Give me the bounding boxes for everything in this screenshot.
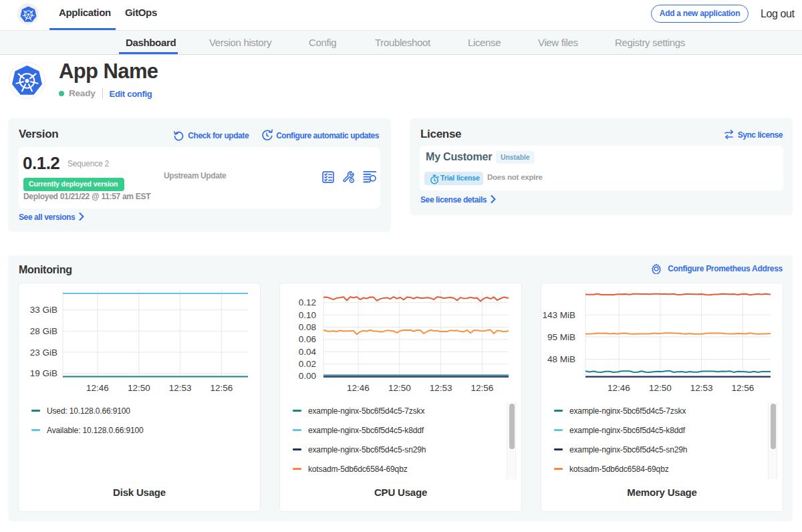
svg-text:12:56: 12:56 bbox=[732, 383, 755, 393]
svg-text:28 GiB: 28 GiB bbox=[30, 326, 57, 336]
svg-text:0.06: 0.06 bbox=[299, 334, 316, 344]
svg-text:0.00: 0.00 bbox=[299, 371, 316, 381]
svg-text:0.08: 0.08 bbox=[299, 322, 316, 332]
svg-text:0.04: 0.04 bbox=[299, 347, 317, 357]
svg-text:33 GiB: 33 GiB bbox=[30, 305, 57, 315]
svg-text:95 MiB: 95 MiB bbox=[547, 332, 575, 342]
svg-text:48 MiB: 48 MiB bbox=[547, 354, 575, 364]
svg-text:12:46: 12:46 bbox=[608, 383, 630, 393]
svg-text:0.10: 0.10 bbox=[299, 310, 316, 320]
svg-text:12:53: 12:53 bbox=[690, 383, 713, 393]
svg-text:12:46: 12:46 bbox=[347, 383, 370, 393]
svg-text:0.12: 0.12 bbox=[299, 297, 316, 307]
svg-text:12:50: 12:50 bbox=[649, 383, 672, 393]
svg-text:0.02: 0.02 bbox=[299, 359, 316, 369]
svg-text:12:50: 12:50 bbox=[128, 383, 150, 393]
svg-text:12:53: 12:53 bbox=[169, 383, 192, 393]
svg-text:12:56: 12:56 bbox=[471, 383, 494, 393]
svg-text:12:56: 12:56 bbox=[210, 383, 233, 393]
svg-text:19 GiB: 19 GiB bbox=[30, 368, 57, 378]
svg-text:23 GiB: 23 GiB bbox=[30, 348, 57, 358]
svg-text:12:50: 12:50 bbox=[388, 383, 411, 393]
svg-text:12:53: 12:53 bbox=[430, 383, 452, 393]
svg-text:12:46: 12:46 bbox=[86, 383, 109, 393]
svg-text:143 MiB: 143 MiB bbox=[542, 310, 575, 320]
